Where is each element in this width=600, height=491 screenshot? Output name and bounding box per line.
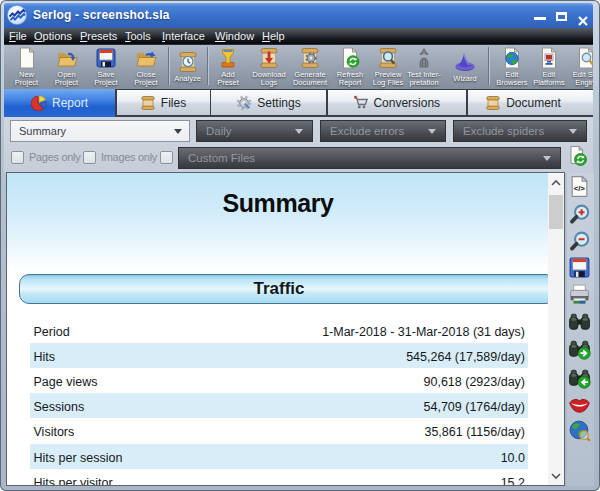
svg-text:</>: </> <box>574 184 586 193</box>
